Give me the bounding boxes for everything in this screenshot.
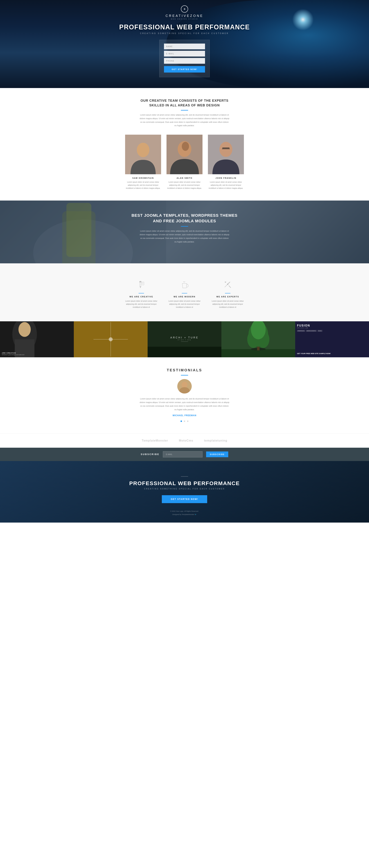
- portfolio-archi-overlay: ARCHI + TURE of art + acy: [170, 336, 198, 343]
- team-photo-2: [166, 135, 203, 174]
- svg-point-1: [137, 143, 149, 157]
- svg-point-42: [182, 382, 187, 388]
- footer-cta-button[interactable]: GET STARTED NOW!: [162, 495, 207, 503]
- partner-logo-2: MotoCms: [179, 439, 193, 442]
- feature-divider-2: [182, 293, 187, 293]
- joomla-title-1: BEST JOOMLA TEMPLATES, WORDPRESS THEMES: [7, 213, 362, 218]
- footer-subtitle: CREATING SOMETHING SPECIAL FOR EACH CUST…: [7, 488, 362, 490]
- member-name-3: JOHN FRANKLIN: [208, 177, 244, 179]
- svg-point-6: [219, 142, 233, 157]
- portfolio-item-1[interactable]: ARE CREATIVE Whatever good things we bui…: [0, 321, 74, 357]
- portfolio-fusion-sub: DESIGN LAB: [297, 327, 367, 329]
- hero-form: GET STARTED NOW!: [159, 40, 210, 77]
- member-name-1: SAM KROMSTAIN: [125, 177, 161, 179]
- svg-point-4: [182, 142, 189, 151]
- portfolio-item-5[interactable]: FUSION DESIGN LAB PORTFOLIO NEWS & EVENT…: [295, 321, 369, 357]
- tools-icon: [222, 280, 233, 290]
- svg-point-29: [109, 337, 113, 341]
- joomla-divider: [181, 226, 188, 227]
- footer-title: PROFESSIONAL WEB PERFORMANCE: [7, 480, 362, 486]
- footer-designed-by: Designed by TemplateMonster 🐦: [7, 514, 362, 515]
- team-photo-3: [208, 135, 244, 174]
- member-name-2: ALAN SMITH: [166, 177, 203, 179]
- svg-rect-14: [140, 281, 141, 282]
- member-desc-3: Lorem ipsum dolor sit amet conse ctetur …: [208, 181, 244, 190]
- portfolio-bg-2: [74, 321, 148, 357]
- portfolio-bg-1: [0, 321, 74, 357]
- svg-point-21: [227, 284, 228, 285]
- portfolio-item-2[interactable]: [74, 321, 148, 357]
- brand-tagline: WEB DESIGN STUDIO: [171, 18, 198, 20]
- partners-section: TemplateMonster MotoCms templatetuning: [0, 433, 369, 448]
- footer-hero-bg: [0, 461, 369, 523]
- features-section: WE ARE CREATIVE Lorem ipsum dolor sit am…: [0, 264, 369, 321]
- pencil-icon: [136, 280, 147, 290]
- joomla-section: BEST JOOMLA TEMPLATES, WORDPRESS THEMES …: [0, 200, 369, 264]
- feature-name-3: WE ARE EXPERTS: [212, 296, 244, 298]
- portfolio-item-4[interactable]: [221, 321, 295, 357]
- footer-divider: [181, 476, 188, 477]
- dot-1[interactable]: [181, 421, 182, 422]
- dot-2[interactable]: [184, 421, 185, 422]
- feature-desc-2: Lorem ipsum dolor sit amet conse ctetur …: [168, 300, 201, 309]
- svg-rect-7: [222, 148, 229, 149]
- portfolio-fusion-nav: PORTFOLIO NEWS & EVENTS BLOG: [297, 330, 367, 332]
- footer-hero-section: PROFESSIONAL WEB PERFORMANCE CREATING SO…: [0, 461, 369, 523]
- subscribe-label: SUBSCRIBE: [141, 453, 159, 456]
- team-divider: [181, 110, 188, 111]
- hero-title: PROFESSIONAL WEB PERFORMANCE: [119, 23, 250, 31]
- feature-divider-1: [139, 293, 144, 293]
- phone-input[interactable]: [164, 58, 205, 64]
- portfolio-section: ARE CREATIVE Whatever good things we bui…: [0, 321, 369, 357]
- team-grid: SAM KROMSTAIN Lorem ipsum dolor sit amet…: [7, 135, 362, 190]
- portfolio-archi-sub: of art + acy: [170, 339, 198, 341]
- subscribe-button[interactable]: SUBSCRIBE: [206, 452, 228, 457]
- nav-item: BLOG: [317, 330, 322, 332]
- features-grid: WE ARE CREATIVE Lorem ipsum dolor sit am…: [7, 280, 362, 309]
- feature-divider-3: [225, 293, 230, 293]
- coffee-icon: [179, 280, 190, 290]
- portfolio-overlay-1: ARE CREATIVE Whatever good things we bui…: [2, 352, 72, 355]
- svg-rect-22: [0, 321, 74, 357]
- nav-item: NEWS & EVENTS: [306, 330, 317, 332]
- get-started-button[interactable]: GET STARTED NOW!: [164, 66, 205, 72]
- svg-rect-17: [142, 282, 144, 285]
- portfolio-bg-4: [221, 321, 295, 357]
- joomla-description: Lorem ipsum dolor sit amet conse ctetur …: [140, 229, 229, 244]
- testimonial-dots: [7, 420, 362, 423]
- brand-name: CREATIVEZONE: [165, 14, 204, 18]
- feature-desc-1: Lorem ipsum dolor sit amet conse ctetur …: [125, 300, 157, 309]
- portfolio-sub-1: Whatever good things we build end: [2, 354, 72, 355]
- logo-icon: ✈: [181, 5, 188, 12]
- svg-point-24: [19, 322, 31, 337]
- hero-section: ✈ CREATIVEZONE WEB DESIGN STUDIO PROFESS…: [0, 0, 369, 88]
- testimonials-section: TESTIMONIALS Lorem ipsum dolor sit amet …: [0, 357, 369, 433]
- member-desc-1: Lorem ipsum dolor sit amet conse ctetur …: [125, 181, 161, 190]
- team-description: Lorem ipsum dolor sit amet conse ctetur …: [140, 113, 229, 127]
- team-photo-1: [125, 135, 161, 174]
- portfolio-fusion-title: FUSION: [297, 324, 367, 327]
- footer-copyright: © 2015 Your Logo. All Rights Reserved.: [7, 510, 362, 512]
- testimonial-quote: Lorem ipsum dolor sit amet conse ctetur …: [140, 397, 229, 411]
- portfolio-fusion-cta-text: GET YOUR FREE WEB SITE SAMPLE NOW!: [297, 352, 367, 355]
- svg-rect-31: [148, 347, 221, 357]
- subscribe-email-input[interactable]: [163, 451, 203, 457]
- joomla-title-2: AND FREE JOOMLA MODULES: [7, 219, 362, 223]
- member-desc-2: Lorem ipsum dolor sit amet conse ctetur …: [166, 181, 203, 190]
- feature-desc-3: Lorem ipsum dolor sit amet conse ctetur …: [212, 300, 244, 309]
- team-member: SAM KROMSTAIN Lorem ipsum dolor sit amet…: [125, 135, 161, 190]
- logo-area: ✈ CREATIVEZONE WEB DESIGN STUDIO: [165, 5, 204, 20]
- feature-modern: WE ARE MODERN Lorem ipsum dolor sit amet…: [168, 280, 201, 309]
- testimonial-author: MICHAEL FREEMAN: [7, 414, 362, 417]
- partner-logo-1: TemplateMonster: [142, 439, 168, 442]
- team-title-line1: OUR CREATIVE TEAM CONSISTS OF THE EXPERT…: [7, 99, 362, 103]
- feature-name-1: WE ARE CREATIVE: [125, 296, 157, 298]
- dot-3[interactable]: [187, 421, 188, 422]
- svg-rect-12: [66, 203, 91, 257]
- nav-item: PORTFOLIO: [297, 330, 305, 332]
- portfolio-item-3[interactable]: ARCHI + TURE of art + acy: [148, 321, 221, 357]
- portfolio-text-1: ARE CREATIVE: [2, 352, 72, 354]
- testimonials-title: TESTIMONIALS: [7, 368, 362, 372]
- name-input[interactable]: [164, 43, 205, 49]
- email-input[interactable]: [164, 51, 205, 57]
